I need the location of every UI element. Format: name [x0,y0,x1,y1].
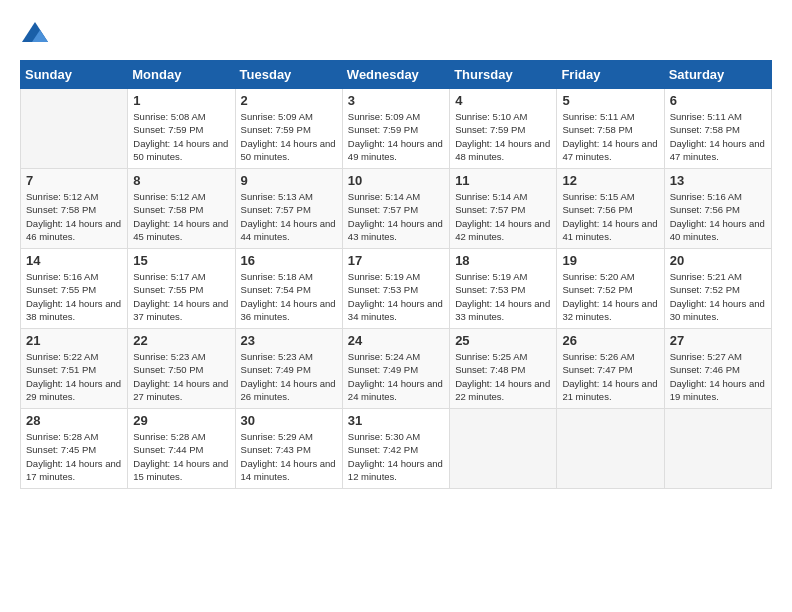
day-number: 31 [348,413,444,428]
day-info: Sunrise: 5:12 AMSunset: 7:58 PMDaylight:… [26,190,122,243]
day-number: 13 [670,173,766,188]
day-info: Sunrise: 5:28 AMSunset: 7:45 PMDaylight:… [26,430,122,483]
day-info: Sunrise: 5:10 AMSunset: 7:59 PMDaylight:… [455,110,551,163]
calendar-cell: 17Sunrise: 5:19 AMSunset: 7:53 PMDayligh… [342,249,449,329]
day-info: Sunrise: 5:19 AMSunset: 7:53 PMDaylight:… [348,270,444,323]
day-info: Sunrise: 5:23 AMSunset: 7:49 PMDaylight:… [241,350,337,403]
day-info: Sunrise: 5:28 AMSunset: 7:44 PMDaylight:… [133,430,229,483]
day-info: Sunrise: 5:17 AMSunset: 7:55 PMDaylight:… [133,270,229,323]
calendar-cell: 28Sunrise: 5:28 AMSunset: 7:45 PMDayligh… [21,409,128,489]
day-number: 28 [26,413,122,428]
day-number: 6 [670,93,766,108]
day-number: 4 [455,93,551,108]
calendar-cell: 16Sunrise: 5:18 AMSunset: 7:54 PMDayligh… [235,249,342,329]
calendar-cell [557,409,664,489]
day-number: 15 [133,253,229,268]
calendar-cell: 21Sunrise: 5:22 AMSunset: 7:51 PMDayligh… [21,329,128,409]
day-number: 2 [241,93,337,108]
day-number: 11 [455,173,551,188]
calendar-cell: 7Sunrise: 5:12 AMSunset: 7:58 PMDaylight… [21,169,128,249]
day-number: 3 [348,93,444,108]
day-number: 22 [133,333,229,348]
day-number: 30 [241,413,337,428]
day-info: Sunrise: 5:13 AMSunset: 7:57 PMDaylight:… [241,190,337,243]
calendar-cell: 11Sunrise: 5:14 AMSunset: 7:57 PMDayligh… [450,169,557,249]
calendar-cell: 13Sunrise: 5:16 AMSunset: 7:56 PMDayligh… [664,169,771,249]
day-info: Sunrise: 5:27 AMSunset: 7:46 PMDaylight:… [670,350,766,403]
day-number: 10 [348,173,444,188]
header [20,20,772,50]
calendar-cell: 3Sunrise: 5:09 AMSunset: 7:59 PMDaylight… [342,89,449,169]
day-info: Sunrise: 5:26 AMSunset: 7:47 PMDaylight:… [562,350,658,403]
day-header-wednesday: Wednesday [342,61,449,89]
day-number: 20 [670,253,766,268]
day-number: 14 [26,253,122,268]
calendar-cell: 29Sunrise: 5:28 AMSunset: 7:44 PMDayligh… [128,409,235,489]
logo-icon [20,20,50,50]
day-info: Sunrise: 5:11 AMSunset: 7:58 PMDaylight:… [670,110,766,163]
calendar-cell [450,409,557,489]
calendar-cell: 27Sunrise: 5:27 AMSunset: 7:46 PMDayligh… [664,329,771,409]
calendar-cell: 9Sunrise: 5:13 AMSunset: 7:57 PMDaylight… [235,169,342,249]
day-number: 26 [562,333,658,348]
day-number: 5 [562,93,658,108]
calendar-table: SundayMondayTuesdayWednesdayThursdayFrid… [20,60,772,489]
week-row-2: 7Sunrise: 5:12 AMSunset: 7:58 PMDaylight… [21,169,772,249]
calendar-cell: 20Sunrise: 5:21 AMSunset: 7:52 PMDayligh… [664,249,771,329]
day-info: Sunrise: 5:23 AMSunset: 7:50 PMDaylight:… [133,350,229,403]
calendar-cell: 23Sunrise: 5:23 AMSunset: 7:49 PMDayligh… [235,329,342,409]
day-info: Sunrise: 5:25 AMSunset: 7:48 PMDaylight:… [455,350,551,403]
day-number: 7 [26,173,122,188]
day-info: Sunrise: 5:08 AMSunset: 7:59 PMDaylight:… [133,110,229,163]
calendar-header-row: SundayMondayTuesdayWednesdayThursdayFrid… [21,61,772,89]
day-number: 19 [562,253,658,268]
day-info: Sunrise: 5:19 AMSunset: 7:53 PMDaylight:… [455,270,551,323]
day-header-tuesday: Tuesday [235,61,342,89]
logo [20,20,56,50]
calendar-cell: 18Sunrise: 5:19 AMSunset: 7:53 PMDayligh… [450,249,557,329]
week-row-4: 21Sunrise: 5:22 AMSunset: 7:51 PMDayligh… [21,329,772,409]
day-info: Sunrise: 5:14 AMSunset: 7:57 PMDaylight:… [455,190,551,243]
day-number: 1 [133,93,229,108]
week-row-1: 1Sunrise: 5:08 AMSunset: 7:59 PMDaylight… [21,89,772,169]
day-info: Sunrise: 5:21 AMSunset: 7:52 PMDaylight:… [670,270,766,323]
calendar-cell: 1Sunrise: 5:08 AMSunset: 7:59 PMDaylight… [128,89,235,169]
calendar-cell: 14Sunrise: 5:16 AMSunset: 7:55 PMDayligh… [21,249,128,329]
calendar-cell: 30Sunrise: 5:29 AMSunset: 7:43 PMDayligh… [235,409,342,489]
day-info: Sunrise: 5:18 AMSunset: 7:54 PMDaylight:… [241,270,337,323]
day-number: 18 [455,253,551,268]
calendar-cell: 19Sunrise: 5:20 AMSunset: 7:52 PMDayligh… [557,249,664,329]
day-number: 17 [348,253,444,268]
day-info: Sunrise: 5:15 AMSunset: 7:56 PMDaylight:… [562,190,658,243]
calendar-cell: 24Sunrise: 5:24 AMSunset: 7:49 PMDayligh… [342,329,449,409]
day-info: Sunrise: 5:09 AMSunset: 7:59 PMDaylight:… [348,110,444,163]
day-header-sunday: Sunday [21,61,128,89]
day-number: 27 [670,333,766,348]
calendar-cell: 25Sunrise: 5:25 AMSunset: 7:48 PMDayligh… [450,329,557,409]
day-header-thursday: Thursday [450,61,557,89]
calendar-cell: 15Sunrise: 5:17 AMSunset: 7:55 PMDayligh… [128,249,235,329]
day-number: 23 [241,333,337,348]
calendar-cell: 12Sunrise: 5:15 AMSunset: 7:56 PMDayligh… [557,169,664,249]
day-info: Sunrise: 5:11 AMSunset: 7:58 PMDaylight:… [562,110,658,163]
calendar-cell: 6Sunrise: 5:11 AMSunset: 7:58 PMDaylight… [664,89,771,169]
day-info: Sunrise: 5:12 AMSunset: 7:58 PMDaylight:… [133,190,229,243]
week-row-3: 14Sunrise: 5:16 AMSunset: 7:55 PMDayligh… [21,249,772,329]
day-info: Sunrise: 5:29 AMSunset: 7:43 PMDaylight:… [241,430,337,483]
day-info: Sunrise: 5:20 AMSunset: 7:52 PMDaylight:… [562,270,658,323]
calendar-cell: 10Sunrise: 5:14 AMSunset: 7:57 PMDayligh… [342,169,449,249]
day-info: Sunrise: 5:09 AMSunset: 7:59 PMDaylight:… [241,110,337,163]
day-number: 16 [241,253,337,268]
day-header-saturday: Saturday [664,61,771,89]
day-info: Sunrise: 5:16 AMSunset: 7:55 PMDaylight:… [26,270,122,323]
calendar-cell: 26Sunrise: 5:26 AMSunset: 7:47 PMDayligh… [557,329,664,409]
calendar-cell: 31Sunrise: 5:30 AMSunset: 7:42 PMDayligh… [342,409,449,489]
day-number: 24 [348,333,444,348]
day-number: 25 [455,333,551,348]
calendar-cell [21,89,128,169]
day-info: Sunrise: 5:24 AMSunset: 7:49 PMDaylight:… [348,350,444,403]
calendar-cell: 4Sunrise: 5:10 AMSunset: 7:59 PMDaylight… [450,89,557,169]
calendar-cell: 8Sunrise: 5:12 AMSunset: 7:58 PMDaylight… [128,169,235,249]
day-number: 21 [26,333,122,348]
day-info: Sunrise: 5:22 AMSunset: 7:51 PMDaylight:… [26,350,122,403]
